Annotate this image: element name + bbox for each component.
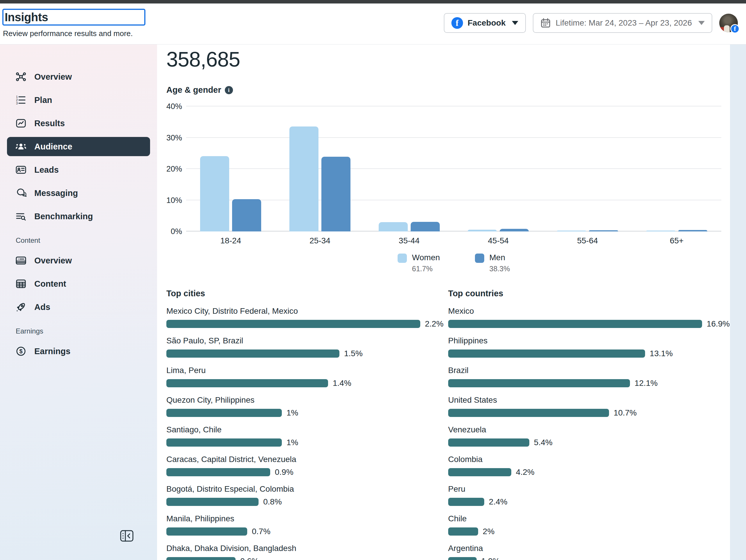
benchmarking-search-icon bbox=[15, 210, 27, 222]
sidebar-item-plan[interactable]: 1 2 3 Plan bbox=[7, 90, 150, 110]
sidebar-item-label: Messaging bbox=[34, 188, 78, 198]
bar-women-35-44 bbox=[379, 222, 408, 231]
sidebar-item-label: Plan bbox=[34, 95, 52, 105]
page-title-focus-box[interactable]: Insights bbox=[2, 9, 145, 26]
rank-label: Venezuela bbox=[448, 425, 730, 434]
rank-value: 1.4% bbox=[333, 379, 351, 388]
x-tick-label: 45-54 bbox=[454, 236, 543, 245]
rank-value: 0.6% bbox=[240, 557, 259, 560]
y-tick-label: 20% bbox=[162, 165, 182, 174]
y-tick-label: 30% bbox=[162, 133, 182, 142]
rank-label: Mexico City, Distrito Federal, Mexico bbox=[166, 306, 443, 316]
rank-row: Bogotá, Distrito Especial, Colombia0.8% bbox=[166, 484, 443, 506]
rank-label: Lima, Peru bbox=[166, 366, 443, 375]
top-countries-list: Mexico16.9%Philippines13.1%Brazil12.1%Un… bbox=[448, 306, 730, 560]
header-controls: f Facebook Lifetime: Mar 24, 2023 – Apr … bbox=[444, 13, 738, 33]
bar-group-55-64 bbox=[543, 107, 632, 231]
rank-bar bbox=[448, 409, 609, 417]
rank-row: Mexico16.9% bbox=[448, 306, 730, 329]
sidebar-item-label: Ads bbox=[34, 302, 50, 312]
bar-women-45-54 bbox=[468, 230, 497, 231]
rank-value: 4.2% bbox=[516, 468, 535, 477]
rank-label: Mexico bbox=[448, 306, 730, 316]
page-header: Insights Review performance results and … bbox=[0, 3, 746, 45]
window-top-strip bbox=[0, 0, 746, 3]
rank-value: 1% bbox=[286, 438, 298, 447]
y-tick-label: 40% bbox=[162, 102, 182, 111]
date-range-button[interactable]: Lifetime: Mar 24, 2023 – Apr 23, 2026 bbox=[533, 13, 712, 33]
rank-bar bbox=[448, 527, 478, 536]
messaging-bubbles-icon bbox=[15, 187, 27, 199]
rank-bar bbox=[166, 468, 270, 476]
rank-value: 1% bbox=[286, 408, 298, 417]
rank-value: 0.8% bbox=[263, 497, 282, 506]
sidebar-item-earnings[interactable]: $ Earnings bbox=[7, 342, 150, 361]
rank-row: Peru2.4% bbox=[448, 484, 730, 506]
rank-value: 5.4% bbox=[534, 438, 553, 447]
y-tick-label: 10% bbox=[162, 196, 182, 205]
rank-row: Santiago, Chile1% bbox=[166, 425, 443, 447]
rank-label: Quezon City, Philippines bbox=[166, 395, 443, 405]
x-tick-label: 35-44 bbox=[365, 236, 454, 245]
x-tick-label: 55-64 bbox=[543, 236, 632, 245]
bar-groups bbox=[186, 107, 721, 231]
calendar-icon bbox=[540, 18, 551, 28]
age-gender-xlabels: 18-2425-3435-4445-5455-6465+ bbox=[186, 236, 721, 245]
x-tick-label: 65+ bbox=[632, 236, 721, 245]
rank-bar bbox=[448, 350, 645, 358]
rank-row: Lima, Peru1.4% bbox=[166, 366, 443, 388]
rank-value: 2.4% bbox=[489, 497, 508, 506]
rank-value: 10.7% bbox=[614, 408, 637, 417]
sidebar-item-leads[interactable]: Leads bbox=[7, 160, 150, 179]
rank-label: Colombia bbox=[448, 455, 730, 464]
collapse-sidebar-button[interactable] bbox=[120, 530, 134, 542]
legend-men-label: Men bbox=[489, 253, 510, 262]
bar-men-18-24 bbox=[232, 199, 261, 231]
sidebar-item-benchmarking[interactable]: Benchmarking bbox=[7, 207, 150, 226]
leads-contact-card-icon bbox=[15, 164, 27, 176]
sidebar-item-content-overview[interactable]: Overview bbox=[7, 251, 150, 270]
rank-value: 16.9% bbox=[707, 319, 730, 329]
bar-men-25-34 bbox=[321, 157, 350, 231]
rank-label: Peru bbox=[448, 484, 730, 494]
rank-value: 0.7% bbox=[252, 527, 270, 536]
sidebar-item-ads[interactable]: Ads bbox=[7, 297, 150, 317]
age-gender-section-title: Age & gender i bbox=[166, 85, 721, 95]
rank-row: Caracas, Capital District, Venezuela0.9% bbox=[166, 455, 443, 477]
top-countries-title: Top countries bbox=[448, 289, 730, 298]
rank-row: Dhaka, Dhaka Division, Bangladesh0.6% bbox=[166, 544, 443, 560]
sidebar-item-label: Overview bbox=[34, 256, 72, 265]
top-cities-column: Top cities Mexico City, Distrito Federal… bbox=[166, 289, 443, 560]
audience-people-icon bbox=[15, 141, 27, 152]
sidebar-item-audience[interactable]: Audience bbox=[7, 137, 150, 156]
sidebar-item-messaging[interactable]: Messaging bbox=[7, 183, 150, 203]
top-cities-title: Top cities bbox=[166, 289, 443, 298]
x-tick-label: 25-34 bbox=[276, 236, 365, 245]
overview-network-icon bbox=[15, 71, 27, 83]
page-title: Insights bbox=[5, 11, 48, 24]
rank-label: Argentina bbox=[448, 544, 730, 553]
content-grid-icon bbox=[15, 278, 27, 290]
age-gender-title-text: Age & gender bbox=[166, 85, 221, 95]
page-subtitle: Review performance results and more. bbox=[3, 29, 133, 38]
sidebar-item-content[interactable]: Content bbox=[7, 274, 150, 293]
sidebar-item-overview[interactable]: Overview bbox=[7, 67, 150, 86]
bar-group-35-44 bbox=[365, 107, 454, 231]
rank-label: Bogotá, Distrito Especial, Colombia bbox=[166, 484, 443, 494]
top-cities-list: Mexico City, Distrito Federal, Mexico2.2… bbox=[166, 306, 443, 560]
sidebar-item-label: Earnings bbox=[34, 347, 70, 356]
rank-row: United States10.7% bbox=[448, 395, 730, 417]
sidebar-item-results[interactable]: Results bbox=[7, 114, 150, 133]
platform-selector-button[interactable]: f Facebook bbox=[444, 13, 526, 33]
main-content: 358,685 Age & gender i 0%10%20%30%40% 18… bbox=[157, 45, 730, 560]
bar-women-55-64 bbox=[557, 231, 586, 231]
bar-men-35-44 bbox=[411, 222, 440, 231]
rank-bar bbox=[166, 379, 328, 387]
rank-row: Venezuela5.4% bbox=[448, 425, 730, 447]
rank-bar bbox=[448, 498, 484, 506]
info-icon[interactable]: i bbox=[225, 86, 233, 94]
rank-value: 2.2% bbox=[425, 319, 443, 329]
rank-value: 13.1% bbox=[650, 349, 673, 358]
rank-value: 1.9% bbox=[481, 557, 500, 560]
profile-menu[interactable]: f bbox=[719, 14, 738, 32]
